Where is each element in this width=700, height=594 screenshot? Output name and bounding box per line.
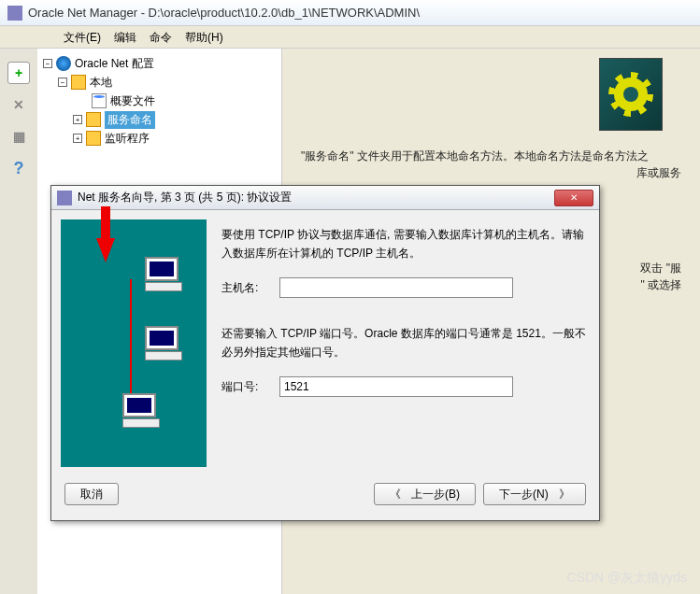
tree-root-label: Oracle Net 配置 (75, 56, 154, 72)
next-button[interactable]: 下一步(N) 》 (483, 483, 586, 505)
wizard-titlebar[interactable]: Net 服务名向导, 第 3 页 (共 5 页): 协议设置 ✕ (51, 186, 599, 210)
tree-listener[interactable]: + 监听程序 (43, 129, 276, 148)
computer-icon (145, 326, 184, 363)
titlebar-text: Oracle Net Manager - D:\oracle\product\1… (28, 6, 420, 20)
tree-toggle-icon[interactable]: − (58, 78, 67, 87)
close-button[interactable]: ✕ (554, 190, 593, 206)
port-row: 端口号: (221, 376, 586, 397)
wizard-icon (57, 191, 72, 205)
folder-icon (71, 75, 86, 90)
decorative-image (599, 58, 663, 131)
app-icon (7, 6, 22, 21)
wizard-title-text: Net 服务名向导, 第 3 页 (共 5 页): 协议设置 (78, 190, 292, 205)
wizard-body: 要使用 TCP/IP 协议与数据库通信, 需要输入数据库计算机的主机名。请输入数… (51, 210, 599, 476)
titlebar: Oracle Net Manager - D:\oracle\product\1… (0, 0, 700, 26)
menu-cmd[interactable]: 命令 (150, 30, 172, 44)
tree-local[interactable]: − 本地 (43, 73, 276, 92)
menu-help[interactable]: 帮助(H) (185, 30, 223, 44)
tree-root[interactable]: − Oracle Net 配置 (43, 54, 276, 73)
wizard-form: 要使用 TCP/IP 协议与数据库通信, 需要输入数据库计算机的主机名。请输入数… (218, 219, 590, 467)
wizard-illustration (61, 219, 207, 467)
instruction-text-2: 还需要输入 TCP/IP 端口号。Oracle 数据库的端口号通常是 1521。… (221, 324, 586, 361)
menu-file[interactable]: 文件(E) (64, 30, 101, 44)
computer-icon (122, 393, 162, 431)
computer-icon (145, 257, 184, 294)
menu-edit[interactable]: 编辑 (114, 30, 136, 44)
tree-toggle-icon[interactable]: + (73, 115, 82, 124)
tree-toggle-icon[interactable]: − (43, 59, 52, 68)
delete-button[interactable]: ✕ (7, 93, 30, 116)
tree-toggle-icon[interactable]: + (73, 134, 82, 143)
sidebar: + ✕ ▦ ? (0, 49, 37, 594)
arrow-icon (96, 238, 115, 262)
tree-local-label: 本地 (90, 75, 112, 91)
globe-icon (56, 56, 71, 71)
hint-text: 双击 "服 " 或选择 (640, 260, 681, 293)
chevron-right-icon: 》 (559, 487, 570, 502)
tree-service[interactable]: + 服务命名 (43, 110, 276, 129)
menubar: 文件(E) 编辑 命令 帮助(H) (0, 26, 700, 49)
wizard-dialog: Net 服务名向导, 第 3 页 (共 5 页): 协议设置 ✕ 要使用 TCP… (50, 185, 600, 521)
port-input[interactable] (279, 376, 513, 397)
host-row: 主机名: (221, 277, 586, 298)
tree-service-label: 服务命名 (105, 111, 155, 129)
add-button[interactable]: + (7, 62, 30, 84)
gear-icon (614, 78, 648, 111)
help-button[interactable]: ? (7, 157, 30, 179)
host-input[interactable] (279, 277, 513, 298)
tree-profile-label: 概要文件 (110, 93, 155, 109)
host-label: 主机名: (221, 278, 279, 297)
doc-button[interactable]: ▦ (7, 125, 30, 148)
description-text: "服务命名" 文件夹用于配置本地命名方法。本地命名方法是命名方法之 库或服务 (301, 148, 681, 181)
instruction-text-1: 要使用 TCP/IP 协议与数据库通信, 需要输入数据库计算机的主机名。请输入数… (221, 225, 586, 262)
tree-listener-label: 监听程序 (105, 131, 150, 147)
port-label: 端口号: (221, 377, 279, 396)
wizard-buttons: 取消 《 上一步(B) 下一步(N) 》 (51, 476, 599, 512)
folder-icon (86, 131, 101, 146)
watermark: CSDN @灰太狼yyds (566, 570, 687, 587)
back-button[interactable]: 《 上一步(B) (374, 483, 476, 505)
tree-profile[interactable]: 概要文件 (43, 92, 276, 110)
document-icon (92, 93, 107, 108)
folder-icon (86, 112, 101, 127)
chevron-left-icon: 《 (390, 487, 401, 502)
cancel-button[interactable]: 取消 (64, 483, 119, 505)
